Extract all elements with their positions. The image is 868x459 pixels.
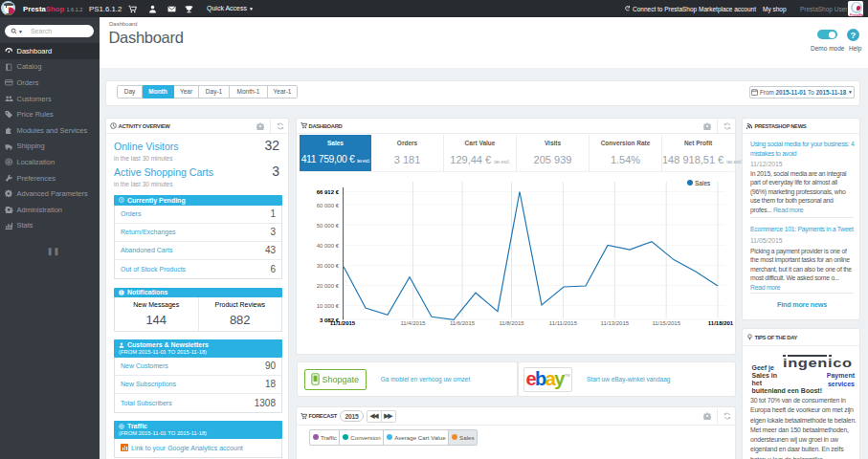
svg-text:10 000 €: 10 000 € xyxy=(317,303,340,309)
svg-text:Sales: Sales xyxy=(695,180,711,186)
svg-text:11/4/2015: 11/4/2015 xyxy=(400,320,426,326)
svg-text:30 000 €: 30 000 € xyxy=(317,263,340,269)
svg-text:20 000 €: 20 000 € xyxy=(317,283,340,289)
svg-text:66 912 €: 66 912 € xyxy=(317,189,340,195)
svg-text:50 000 €: 50 000 € xyxy=(317,223,340,229)
svg-text:11/11/2015: 11/11/2015 xyxy=(549,320,578,326)
svg-text:11/18/201: 11/18/201 xyxy=(708,320,734,326)
svg-text:11/8/2015: 11/8/2015 xyxy=(499,320,524,326)
svg-text:11/1/2015: 11/1/2015 xyxy=(330,320,356,326)
svg-text:11/6/2015: 11/6/2015 xyxy=(450,320,476,326)
svg-text:40 000 €: 40 000 € xyxy=(317,243,340,249)
svg-text:11/13/2015: 11/13/2015 xyxy=(601,320,630,326)
svg-text:11/15/2015: 11/15/2015 xyxy=(652,320,680,326)
svg-text:60 000 €: 60 000 € xyxy=(317,203,340,208)
